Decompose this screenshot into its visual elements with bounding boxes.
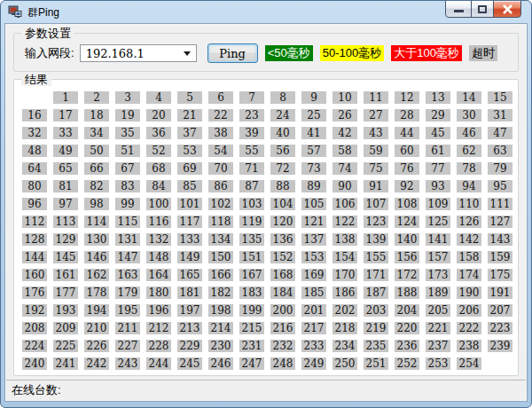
host-cell-79: 79 [488, 162, 512, 175]
host-cell-191: 191 [488, 286, 512, 299]
host-cell-18: 18 [84, 109, 109, 122]
host-cell-226: 226 [84, 340, 109, 352]
host-cell-21: 21 [177, 109, 202, 122]
titlebar[interactable]: 群Ping [1, 1, 531, 24]
host-cell-127: 127 [488, 216, 512, 228]
caption-buttons [446, 0, 521, 18]
host-cell-138: 138 [332, 233, 357, 246]
host-cell-196: 196 [146, 304, 171, 317]
host-cell-110: 110 [457, 198, 481, 210]
host-cell-167: 167 [239, 269, 264, 281]
host-cell-128: 128 [22, 233, 47, 246]
host-cell-82: 82 [84, 180, 109, 192]
host-cell-156: 156 [395, 251, 419, 263]
host-cell-137: 137 [301, 233, 326, 246]
network-segment-combobox[interactable]: 192.168.1 [80, 44, 197, 62]
host-cell-92: 92 [395, 180, 419, 192]
host-cell-84: 84 [146, 180, 171, 192]
host-cell-85: 85 [177, 180, 202, 192]
host-cell-46: 46 [457, 127, 481, 139]
host-cell-202: 202 [332, 304, 357, 317]
host-cell-121: 121 [301, 216, 326, 228]
host-cell-93: 93 [426, 180, 450, 192]
host-cell-166: 166 [208, 269, 233, 281]
network-segment-value: 192.168.1 [86, 47, 145, 60]
host-cell-22: 22 [208, 109, 233, 122]
host-cell-152: 152 [270, 251, 295, 263]
host-cell-47: 47 [488, 127, 512, 139]
host-cell-182: 182 [208, 286, 233, 299]
host-cell-169: 169 [301, 269, 326, 281]
host-cell-195: 195 [115, 304, 140, 317]
host-cell-45: 45 [426, 127, 450, 139]
host-cell-225: 225 [53, 340, 78, 352]
host-cell-48: 48 [22, 145, 47, 157]
host-cell-153: 153 [301, 251, 326, 263]
host-cell-108: 108 [395, 198, 419, 210]
host-cell-180: 180 [146, 286, 171, 299]
host-cell-41: 41 [301, 127, 326, 139]
host-cell-113: 113 [53, 216, 78, 228]
host-cell-44: 44 [395, 127, 419, 139]
grid-spacer-cell [22, 91, 47, 104]
host-cell-124: 124 [395, 216, 419, 228]
host-cell-215: 215 [239, 322, 264, 334]
window-title: 群Ping [27, 5, 59, 20]
host-cell-163: 163 [115, 269, 140, 281]
host-cell-134: 134 [208, 233, 233, 246]
host-cell-120: 120 [270, 216, 295, 228]
host-cell-178: 178 [84, 286, 109, 299]
maximize-button[interactable] [471, 0, 494, 18]
host-cell-12: 12 [395, 91, 419, 104]
legend-timeout: 超时 [469, 45, 497, 61]
host-cell-176: 176 [22, 286, 47, 299]
host-cell-90: 90 [332, 180, 357, 192]
close-button[interactable] [493, 0, 521, 18]
host-cell-38: 38 [208, 127, 233, 139]
host-cell-208: 208 [22, 322, 47, 334]
host-cell-193: 193 [53, 304, 78, 317]
host-cell-57: 57 [301, 145, 326, 157]
host-cell-237: 237 [426, 340, 450, 352]
host-cell-148: 148 [146, 251, 171, 263]
host-cell-131: 131 [115, 233, 140, 246]
host-cell-6: 6 [208, 91, 233, 104]
host-cell-145: 145 [53, 251, 78, 263]
host-cell-65: 65 [53, 162, 78, 175]
ping-button[interactable]: Ping [207, 43, 258, 63]
host-cell-63: 63 [488, 145, 512, 157]
host-cell-5: 5 [177, 91, 202, 104]
host-cell-251: 251 [364, 357, 388, 370]
host-cell-56: 56 [270, 145, 295, 157]
host-cell-204: 204 [395, 304, 419, 317]
host-cell-177: 177 [53, 286, 78, 299]
host-cell-74: 74 [332, 162, 357, 175]
host-cell-49: 49 [53, 145, 78, 157]
host-cell-99: 99 [115, 198, 140, 210]
host-cell-24: 24 [270, 109, 295, 122]
host-cell-88: 88 [270, 180, 295, 192]
host-cell-160: 160 [22, 269, 47, 281]
host-cell-37: 37 [177, 127, 202, 139]
minimize-button[interactable] [445, 0, 472, 18]
legend-under-50ms: <50毫秒 [265, 45, 313, 61]
host-cell-210: 210 [84, 322, 109, 334]
host-cell-214: 214 [208, 322, 233, 334]
host-cell-59: 59 [364, 145, 388, 157]
host-cell-205: 205 [426, 304, 450, 317]
host-cell-238: 238 [457, 340, 481, 352]
minimize-icon [454, 10, 464, 12]
host-cell-91: 91 [364, 180, 388, 192]
host-cell-164: 164 [146, 269, 171, 281]
host-cell-64: 64 [22, 162, 47, 175]
host-cell-1: 1 [53, 91, 78, 104]
host-cell-33: 33 [53, 127, 78, 139]
legend-over-100ms: 大于100毫秒 [391, 45, 462, 61]
host-cell-104: 104 [270, 198, 295, 210]
host-cell-89: 89 [301, 180, 326, 192]
host-cell-203: 203 [364, 304, 388, 317]
app-window: 群Ping 参数设置 输入网段: 192.168.1 [0, 0, 532, 408]
host-cell-252: 252 [395, 357, 419, 370]
host-cell-220: 220 [395, 322, 419, 334]
host-cell-155: 155 [364, 251, 388, 263]
